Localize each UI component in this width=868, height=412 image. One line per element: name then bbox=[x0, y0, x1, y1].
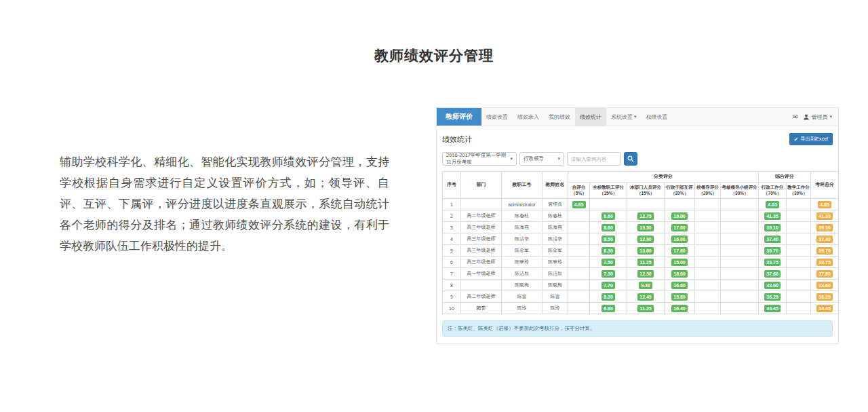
chevron-down-icon: ▾ bbox=[510, 156, 513, 162]
cell-leader bbox=[695, 280, 721, 291]
col-header-leader-score: 校领导评分 （20%） bbox=[695, 182, 721, 199]
note-banner: 注：陈美红、陈美红（进修）不参加此次考核打分，按零分计算。 bbox=[442, 320, 833, 337]
cell-self bbox=[568, 257, 590, 268]
panel-title: 绩效统计 bbox=[442, 134, 472, 145]
nav-item[interactable]: 系统设置▾ bbox=[606, 108, 642, 126]
table-row: 10团委陈玲陈玲6.8011.2516.4034.4534.45 bbox=[443, 303, 839, 314]
user-menu[interactable]: 管理员 ▾ bbox=[804, 113, 832, 121]
cell-staff_id: 陈春桂 bbox=[502, 210, 542, 222]
cell-dept: 高三年级老师 bbox=[461, 222, 502, 233]
role-select[interactable]: 行政领导 ▾ bbox=[519, 152, 564, 166]
col-header-staff-id: 教职工号 bbox=[502, 172, 542, 199]
cell-group bbox=[721, 222, 759, 233]
score-badge: 12.45 bbox=[637, 293, 654, 301]
cell-no: 10 bbox=[443, 303, 461, 314]
score-badge: 39.70 bbox=[764, 247, 781, 255]
nav-item[interactable]: 绩效录入 bbox=[513, 108, 544, 126]
cell-name: 陈金军 bbox=[542, 245, 568, 257]
score-badge: 16.60 bbox=[671, 282, 688, 289]
chevron-down-icon: ▾ bbox=[634, 114, 637, 119]
envelope-icon[interactable]: ✉ bbox=[793, 113, 798, 120]
score-badge: 6.80 bbox=[601, 305, 615, 312]
cell-mutual: 18.00 bbox=[665, 268, 695, 280]
nav-item[interactable]: 绩效设置 bbox=[481, 108, 513, 126]
table-row: 4高三年级老师陈洁华陈洁华8.5012.9016.0037.4037.40 bbox=[443, 233, 839, 245]
score-badge: 13.50 bbox=[637, 224, 654, 231]
export-excel-label: 导出到Excel bbox=[800, 136, 828, 143]
cell-total: 34.45 bbox=[811, 303, 839, 314]
navbar-brand[interactable]: 教师评价 bbox=[437, 108, 481, 126]
table-row: 8陈晓梅陈晓梅7.709.3016.6033.6033.60 bbox=[443, 280, 839, 291]
nav-item-label: 绩效设置 bbox=[486, 113, 508, 121]
score-badge: 9.60 bbox=[601, 212, 615, 220]
total-score-badge: 34.45 bbox=[816, 305, 833, 312]
cell-school: 8.20 bbox=[590, 291, 627, 303]
cell-group bbox=[721, 199, 759, 210]
cell-group bbox=[721, 257, 759, 268]
score-badge: 19.00 bbox=[671, 212, 688, 220]
cell-dept_score: 12.45 bbox=[627, 291, 665, 303]
nav-item[interactable]: 权限设置 bbox=[642, 108, 673, 126]
score-badge: 41.35 bbox=[764, 212, 781, 220]
cell-mutual bbox=[665, 199, 695, 210]
nav-item[interactable]: 我的绩效 bbox=[544, 108, 575, 126]
cell-leader bbox=[695, 303, 721, 314]
score-badge: 11.25 bbox=[637, 305, 653, 312]
cell-name: 陈春桂 bbox=[542, 210, 568, 222]
score-badge: 37.60 bbox=[764, 270, 781, 278]
score-badge: 33.60 bbox=[764, 282, 781, 289]
cell-staff_id: administrator bbox=[502, 199, 542, 210]
cell-mutual: 19.00 bbox=[665, 210, 695, 222]
cell-dept: 高一年级老师 bbox=[461, 268, 502, 280]
search-icon bbox=[627, 155, 634, 162]
cell-mutual: 15.00 bbox=[665, 257, 695, 268]
cell-mutual: 17.60 bbox=[665, 245, 695, 257]
total-score-badge: 37.60 bbox=[816, 270, 833, 278]
search-input[interactable] bbox=[567, 152, 621, 166]
cell-school: 8.50 bbox=[590, 233, 627, 245]
feature-description: 辅助学校科学化、精细化、智能化实现教师绩效评分管理，支持学校根据自身需求进行自定… bbox=[60, 151, 389, 257]
total-score-badge: 4.65 bbox=[818, 201, 831, 208]
export-excel-button[interactable]: ✔ 导出到Excel bbox=[789, 133, 833, 145]
cell-admin_work: 36.25 bbox=[759, 291, 787, 303]
nav-item-label: 绩效统计 bbox=[580, 113, 601, 121]
cell-total: 36.25 bbox=[811, 291, 839, 303]
col-header-teach-work: 教学工作分 （30%） bbox=[787, 182, 811, 199]
col-group-category: 分类评分 bbox=[568, 172, 759, 183]
cell-self bbox=[568, 245, 590, 257]
cell-staff_id: 陈玲 bbox=[502, 303, 542, 314]
score-badge: 18.00 bbox=[671, 270, 688, 278]
cell-teach_work bbox=[787, 291, 811, 303]
cell-name: 陈洁华 bbox=[542, 233, 568, 245]
cell-staff_id: 陈雷 bbox=[502, 291, 542, 303]
cell-leader bbox=[695, 268, 721, 280]
cell-admin_work: 33.75 bbox=[759, 257, 787, 268]
cell-no: 9 bbox=[443, 291, 461, 303]
cell-admin_work: 4.65 bbox=[759, 199, 787, 210]
score-badge: 12.75 bbox=[637, 212, 654, 220]
cell-mutual: 17.00 bbox=[665, 222, 695, 233]
score-badge: 16.40 bbox=[671, 305, 688, 312]
nav-item[interactable]: 绩效统计 bbox=[575, 108, 606, 126]
cell-no: 7 bbox=[443, 268, 461, 280]
col-header-school-score: 全校教职工评分 （15%） bbox=[590, 182, 627, 199]
cell-leader bbox=[695, 245, 721, 257]
cell-no: 2 bbox=[443, 210, 461, 222]
term-select[interactable]: 2016-2017学年度第一学期11月份考核 ▾ bbox=[442, 152, 517, 166]
score-badge: 15.60 bbox=[671, 293, 688, 301]
cell-school: 7.30 bbox=[590, 268, 627, 280]
cell-mutual: 16.00 bbox=[665, 233, 695, 245]
col-header-name: 教师姓名 bbox=[542, 172, 568, 199]
cell-dept_score: 12.30 bbox=[627, 268, 665, 280]
score-badge: 12.90 bbox=[637, 236, 654, 243]
search-button[interactable] bbox=[624, 152, 637, 166]
col-header-self-score: 自评分 （5%） bbox=[568, 182, 590, 199]
total-score-badge: 33.60 bbox=[816, 282, 833, 289]
cell-admin_work: 37.60 bbox=[759, 268, 787, 280]
cell-name: 陈晓梅 bbox=[542, 280, 568, 291]
cell-self bbox=[568, 303, 590, 314]
cell-dept_score: 11.25 bbox=[627, 257, 665, 268]
cell-no: 4 bbox=[443, 233, 461, 245]
user-name: 管理员 bbox=[811, 113, 827, 121]
cell-name: 陈翠玲 bbox=[542, 257, 568, 268]
